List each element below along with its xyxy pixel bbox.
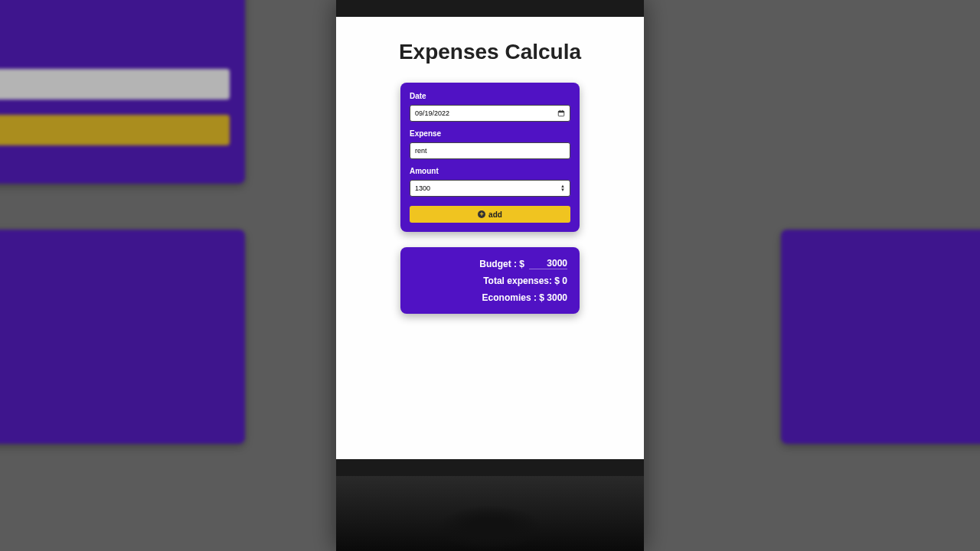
expense-field[interactable] [415,147,565,155]
stepper-icon[interactable]: ▲▼ [560,184,565,192]
date-field[interactable] [415,109,557,117]
economies-text: Economies : $ 3000 [482,292,567,303]
expense-form-card: Date Expense Amount ▲▼ + add [400,83,580,232]
summary-card: Budget : $ Total expenses: $ 0 Economies… [400,247,580,314]
economies-row: Economies : $ 3000 [413,292,567,303]
calendar-icon[interactable] [557,109,565,117]
page-title: Expenses Calcula [399,40,581,64]
total-expenses-row: Total expenses: $ 0 [413,276,567,286]
expense-input[interactable] [410,142,570,159]
monitor-bezel-top [336,0,644,17]
date-input[interactable] [410,105,570,122]
budget-row: Budget : $ [413,258,567,269]
date-label: Date [410,92,570,100]
plus-circle-icon: + [478,210,485,218]
add-button-label: add [488,210,502,219]
app-content: Expenses Calcula Date Expense Amount ▲▼ [336,17,644,459]
budget-input[interactable] [529,258,567,269]
monitor-viewport: Expenses Calcula Date Expense Amount ▲▼ [336,0,644,551]
total-expenses-text: Total expenses: $ 0 [483,276,567,286]
expense-label: Expense [410,129,570,138]
amount-field[interactable] [415,184,560,192]
budget-label: Budget : $ [479,259,524,269]
svg-rect-1 [558,111,564,112]
monitor-bezel-bottom [336,459,644,551]
monitor-stand [436,505,544,551]
amount-input[interactable]: ▲▼ [410,180,570,197]
add-button[interactable]: + add [410,206,570,223]
amount-label: Amount [410,167,570,175]
